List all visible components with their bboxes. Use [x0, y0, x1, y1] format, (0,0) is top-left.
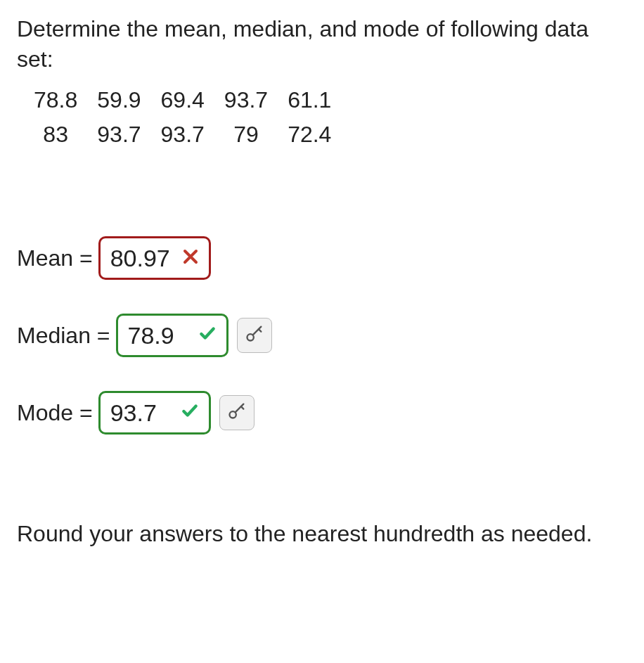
data-cell: 93.7 — [151, 117, 214, 152]
key-icon — [245, 323, 264, 349]
correct-icon — [198, 323, 217, 347]
data-cell: 93.7 — [214, 83, 278, 117]
mode-input[interactable]: 93.7 — [98, 391, 211, 435]
data-cell: 59.9 — [87, 83, 150, 117]
median-value: 78.9 — [128, 322, 191, 349]
incorrect-icon — [182, 246, 199, 270]
data-set-table: 78.8 59.9 69.4 93.7 61.1 83 93.7 93.7 79… — [24, 83, 341, 152]
key-icon — [227, 400, 247, 426]
show-answer-button[interactable] — [237, 318, 272, 353]
svg-line-5 — [240, 406, 243, 409]
data-cell: 72.4 — [278, 117, 341, 152]
mode-row: Mode = 93.7 — [17, 391, 627, 435]
svg-line-2 — [258, 329, 261, 332]
mode-label: Mode = — [17, 400, 93, 426]
show-answer-button[interactable] — [219, 395, 255, 430]
footer-note: Round your answers to the nearest hundre… — [17, 519, 627, 549]
data-cell: 61.1 — [278, 83, 341, 117]
data-cell: 83 — [24, 117, 87, 152]
mean-input[interactable]: 80.97 — [98, 236, 211, 280]
median-row: Median = 78.9 — [17, 314, 627, 357]
median-input[interactable]: 78.9 — [116, 314, 228, 357]
data-row: 83 93.7 93.7 79 72.4 — [24, 117, 341, 152]
median-label: Median = — [17, 323, 110, 349]
data-row: 78.8 59.9 69.4 93.7 61.1 — [24, 83, 341, 117]
data-cell: 93.7 — [87, 117, 150, 152]
mean-row: Mean = 80.97 — [17, 236, 627, 280]
mode-value: 93.7 — [110, 399, 174, 427]
correct-icon — [181, 401, 199, 425]
question-text: Determine the mean, median, and mode of … — [17, 14, 627, 75]
data-cell: 69.4 — [151, 83, 214, 117]
mean-label: Mean = — [17, 245, 93, 271]
data-cell: 78.8 — [24, 83, 87, 117]
mean-value: 80.97 — [110, 245, 175, 272]
data-cell: 79 — [214, 117, 278, 152]
